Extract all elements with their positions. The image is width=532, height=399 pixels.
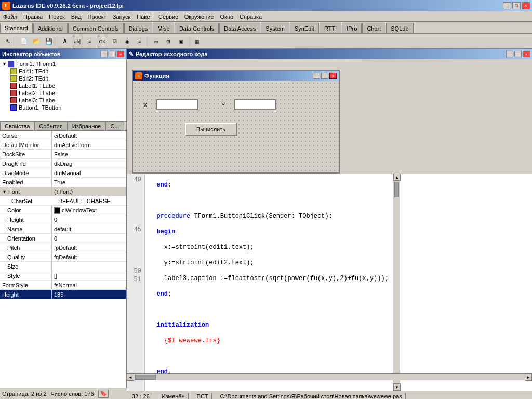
toolbar-btn-btn[interactable]: OK [97, 36, 108, 47]
scroll-up-btn[interactable]: ▲ [393, 174, 401, 181]
tab-misc[interactable]: Misc [153, 23, 174, 33]
prop-defaultmonitor[interactable]: DefaultMonitor dmActiveForm [0, 140, 126, 150]
insp-tab-properties[interactable]: Свойства [0, 122, 34, 130]
tab-sqldb[interactable]: SQLdb [386, 23, 413, 33]
code-filepath: C:\Documents and Settings\Я\Рабочий стол… [217, 393, 406, 400]
menu-run[interactable]: Запуск [110, 12, 134, 21]
prop-cursor[interactable]: Cursor crDefault [0, 131, 126, 140]
prop-enabled[interactable]: Enabled True [0, 178, 126, 187]
prop-orientation[interactable]: Orientation 0 [0, 234, 126, 243]
code-editor-maximize-btn[interactable]: □ [514, 51, 522, 57]
prop-name[interactable]: Name default [0, 224, 126, 234]
tree-item-label3[interactable]: Label3: TLabel [9, 97, 125, 104]
menu-file[interactable]: Файл [0, 12, 20, 21]
maximize-button[interactable]: □ [512, 2, 521, 9]
prop-size[interactable]: Size [0, 262, 126, 271]
tab-system[interactable]: System [261, 23, 289, 33]
tree-item-form1[interactable]: ▼ Form1: TForm1 [1, 60, 125, 68]
tree-item-label2[interactable]: Label2: TLabel [9, 89, 125, 97]
prop-charset[interactable]: CharSet DEFAULT_CHARSE [0, 196, 126, 206]
toolbar-scroll-btn[interactable]: ⊞ [163, 36, 174, 47]
prop-dragkind[interactable]: DragKind dkDrag [0, 159, 126, 168]
prop-font-group[interactable]: ▼ Font (TFont) [0, 187, 126, 196]
code-line-blank1 [149, 196, 389, 205]
toolbar-more-btn[interactable]: ▦ [191, 36, 203, 47]
prop-formstyle[interactable]: FormStyle fsNormal [0, 281, 126, 290]
prop-dragmode[interactable]: DragMode dmManual [0, 168, 126, 178]
scroll-left-btn[interactable]: ◄ [127, 374, 134, 381]
toolbar-new-btn[interactable]: 📄 [18, 36, 30, 47]
scroll-down-btn[interactable]: ▼ [393, 383, 401, 391]
scroll-right-btn[interactable]: ► [525, 374, 532, 381]
toolbar-sep-2 [57, 37, 57, 46]
form-input-y[interactable] [234, 99, 276, 110]
prop-docksite[interactable]: DockSite False [0, 150, 126, 159]
close-button[interactable]: × [522, 2, 530, 9]
insp-tab-events[interactable]: События [34, 122, 67, 130]
menu-service[interactable]: Сервис [155, 12, 181, 21]
inspector-maximize-btn[interactable]: □ [109, 51, 116, 57]
toolbar-edit-btn[interactable]: ab| [72, 36, 83, 47]
form-preview-restore-btn[interactable]: □ [321, 73, 328, 79]
code-editor-minimize-btn[interactable]: _ [506, 51, 513, 57]
prop-quality[interactable]: Quality fqDefault [0, 252, 126, 262]
h-scroll-thumb[interactable] [135, 375, 156, 380]
tab-dialogs[interactable]: Dialogs [124, 23, 153, 33]
tree-item-edit1[interactable]: Edit1: TEdit [9, 68, 125, 75]
tab-ipro[interactable]: IPro [342, 23, 362, 33]
tab-chart[interactable]: Chart [362, 23, 385, 33]
code-text[interactable]: end; procedure TForm1.Button1Click(Sende… [145, 174, 393, 391]
toolbar-panel-btn[interactable]: ▭ [150, 36, 162, 47]
tab-additional[interactable]: Additional [33, 23, 68, 33]
tree-item-edit2[interactable]: Edit2: TEdit [9, 75, 125, 82]
inspector-minimize-btn[interactable]: _ [100, 51, 108, 57]
form-calculate-btn[interactable]: Вычислить [185, 123, 237, 136]
toolbar-save-btn[interactable]: 💾 Сохранить [43, 36, 55, 47]
menu-project[interactable]: Проект [85, 12, 110, 21]
tree-item-button1[interactable]: Button1: TButton [9, 104, 125, 111]
toolbar-group-btn[interactable]: ▣ [175, 36, 187, 47]
toolbar-label-btn[interactable]: A [59, 36, 71, 47]
prop-height-form[interactable]: Height 185 [0, 290, 126, 299]
toolbar-open-btn[interactable]: 📂 [31, 36, 42, 47]
menu-environment[interactable]: Окружение [181, 12, 217, 21]
toolbar-checkbox-btn[interactable]: ☑ [109, 36, 121, 47]
menu-window[interactable]: Окно [217, 12, 237, 21]
form-preview-minimize-btn[interactable]: _ [313, 73, 320, 79]
toolbar-select-btn[interactable]: ↖ [2, 36, 14, 47]
tab-synedit[interactable]: SynEdit [290, 23, 319, 33]
tab-common-controls[interactable]: Common Controls [68, 23, 124, 33]
menu-edit[interactable]: Правка [20, 12, 46, 21]
menu-view[interactable]: Вид [68, 12, 85, 21]
prop-pitch[interactable]: Pitch fpDefault [0, 243, 126, 252]
code-editor-close-btn[interactable]: × [523, 51, 530, 57]
toolbar-listbox-btn[interactable]: ≡ [134, 36, 145, 47]
toolbar-radio-btn[interactable]: ◉ [122, 36, 133, 47]
code-line-lrs: {$I wewewe.lrs} [149, 337, 389, 345]
bookmark-btn[interactable]: 🔖 [98, 390, 109, 398]
form-preview-title-bar: F Функция _ □ × [133, 71, 339, 81]
prop-height-font[interactable]: Height 0 [0, 215, 126, 224]
insp-tab-favorites[interactable]: Избранное [68, 122, 106, 130]
form-preview-close-btn[interactable]: × [329, 73, 337, 79]
menu-search[interactable]: Поиск [46, 12, 68, 21]
toolbar-memo-btn[interactable]: ≡ [84, 36, 96, 47]
prop-style[interactable]: Style [] [0, 271, 126, 281]
menu-package[interactable]: Пакет [134, 12, 155, 21]
tab-rtti[interactable]: RTTI [320, 23, 341, 33]
tab-data-access[interactable]: Data Access [219, 23, 260, 33]
toolbar-sep-3 [148, 37, 148, 46]
inspector-close-btn[interactable]: × [117, 51, 124, 57]
scroll-thumb[interactable] [394, 182, 399, 197]
tree-item-label1[interactable]: Label1: TLabel [9, 82, 125, 89]
prop-color[interactable]: Color clWindowText [0, 206, 126, 215]
minimize-button[interactable]: _ [503, 2, 511, 9]
insp-tab-c[interactable]: С... [105, 122, 124, 130]
code-line-init: initialization [149, 321, 389, 329]
code-position: 32 : 26 [129, 393, 153, 400]
form-input-x[interactable] [156, 99, 198, 110]
menu-help[interactable]: Справка [236, 12, 265, 21]
tab-standard[interactable]: Standard [0, 23, 33, 33]
tab-data-controls[interactable]: Data Controls [175, 23, 219, 33]
code-scrollbar-v[interactable]: ▲ ▼ [393, 174, 400, 391]
